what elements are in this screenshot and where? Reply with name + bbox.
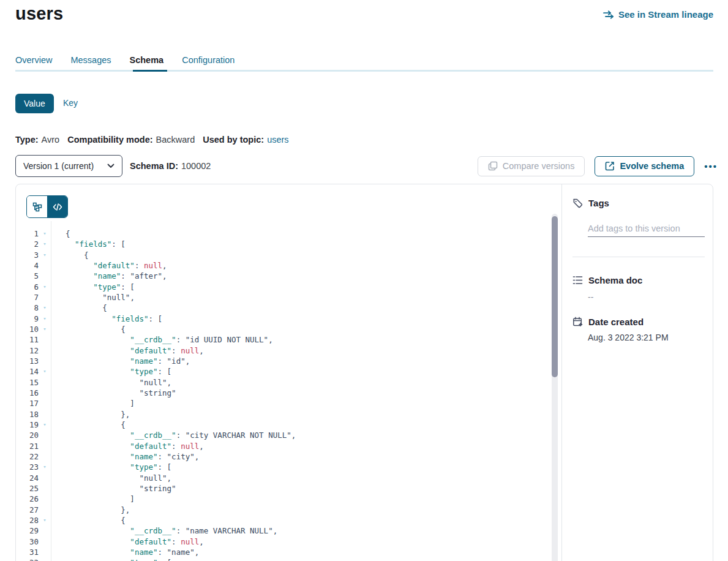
- code-line[interactable]: 9▾ "fields": [: [16, 314, 551, 324]
- code-line-text: "default": null,: [51, 537, 204, 547]
- stream-lineage-icon: [603, 10, 614, 19]
- line-number: 18: [16, 409, 39, 420]
- tab-overview[interactable]: Overview: [15, 55, 52, 71]
- fold-spacer: [39, 525, 51, 536]
- key-toggle-button[interactable]: Key: [63, 98, 78, 108]
- code-line-text: "default": null,: [51, 441, 204, 451]
- line-gutter: 1▾: [16, 228, 51, 239]
- tabs-active-indicator: [133, 70, 167, 72]
- tags-title: Tags: [588, 198, 609, 208]
- editor-scrollbar-thumb[interactable]: [552, 216, 558, 377]
- code-line-text: "null",: [51, 377, 171, 388]
- code-line[interactable]: 25 "string": [16, 483, 551, 494]
- fold-toggle-icon[interactable]: ▾: [39, 303, 51, 313]
- code-line[interactable]: 2▾ "fields": [: [16, 239, 551, 249]
- code-line-text: ]: [51, 494, 135, 504]
- stream-lineage-link[interactable]: See in Stream lineage: [603, 9, 713, 20]
- used-by-topic-link[interactable]: users: [267, 135, 288, 145]
- code-line[interactable]: 18 },: [16, 409, 551, 420]
- code-line-text: "type": [: [51, 462, 171, 472]
- fold-toggle-icon[interactable]: ▾: [39, 282, 51, 292]
- fold-spacer: [39, 260, 51, 271]
- code-line[interactable]: 19▾ {: [16, 420, 551, 430]
- line-gutter: 19▾: [16, 420, 51, 430]
- line-number: 12: [16, 345, 39, 356]
- fold-toggle-icon[interactable]: ▾: [39, 366, 51, 377]
- code-line[interactable]: 6▾ "type": [: [16, 282, 551, 292]
- code-line[interactable]: 5 "name": "after",: [16, 271, 551, 281]
- fold-toggle-icon[interactable]: ▾: [39, 324, 51, 334]
- fold-spacer: [39, 409, 51, 420]
- code-line[interactable]: 16 "string": [16, 388, 551, 398]
- code-line-text: "type": [: [51, 557, 171, 561]
- fold-spacer: [39, 473, 51, 483]
- more-options-button[interactable]: •••: [704, 162, 718, 171]
- fold-spacer: [39, 388, 51, 398]
- fold-toggle-icon[interactable]: ▾: [39, 420, 51, 430]
- code-line[interactable]: 28▾ {: [16, 515, 551, 525]
- code-line[interactable]: 11 "__crdb__": "id UUID NOT NULL",: [16, 334, 551, 345]
- tab-schema[interactable]: Schema: [130, 55, 164, 71]
- line-number: 23: [16, 462, 39, 472]
- code-line[interactable]: 17 ]: [16, 398, 551, 409]
- code-line[interactable]: 12 "default": null,: [16, 345, 551, 356]
- value-toggle-button[interactable]: Value: [15, 94, 54, 113]
- code-line[interactable]: 23▾ "type": [: [16, 462, 551, 472]
- schema-doc-title: Schema doc: [588, 275, 642, 285]
- version-select[interactable]: Version 1 (current): [15, 155, 122, 177]
- code-line[interactable]: 4 "default": null,: [16, 260, 551, 271]
- fold-toggle-icon[interactable]: ▾: [39, 515, 51, 525]
- code-line[interactable]: 10▾ {: [16, 324, 551, 334]
- code-line[interactable]: 30 "default": null,: [16, 537, 551, 547]
- code-line[interactable]: 15 "null",: [16, 377, 551, 388]
- fold-toggle-icon[interactable]: ▾: [39, 462, 51, 472]
- code-line[interactable]: 1▾{: [16, 228, 551, 239]
- line-number: 15: [16, 377, 39, 388]
- code-line[interactable]: 26 ]: [16, 494, 551, 504]
- code-line[interactable]: 7 "null",: [16, 292, 551, 303]
- code-line-text: {: [51, 228, 70, 239]
- code-line[interactable]: 32▾ "type": [: [16, 557, 551, 561]
- code-view-button[interactable]: [47, 196, 67, 217]
- code-line[interactable]: 24 "null",: [16, 473, 551, 483]
- code-line[interactable]: 20 "__crdb__": "city VARCHAR NOT NULL",: [16, 430, 551, 440]
- line-gutter: 8▾: [16, 303, 51, 313]
- tab-messages[interactable]: Messages: [70, 55, 111, 71]
- evolve-schema-button[interactable]: Evolve schema: [595, 156, 694, 176]
- fold-toggle-icon[interactable]: ▾: [39, 314, 51, 324]
- page-title: users: [15, 4, 63, 24]
- code-line[interactable]: 27 },: [16, 505, 551, 515]
- fold-toggle-icon[interactable]: ▾: [39, 228, 51, 239]
- fold-spacer: [39, 547, 51, 557]
- line-gutter: 30: [16, 537, 51, 547]
- code-line[interactable]: 22 "name": "city",: [16, 451, 551, 462]
- line-gutter: 18: [16, 409, 51, 420]
- fold-spacer: [39, 451, 51, 462]
- line-gutter: 12: [16, 345, 51, 356]
- line-number: 31: [16, 547, 39, 557]
- line-number: 16: [16, 388, 39, 398]
- code-line[interactable]: 3▾ {: [16, 250, 551, 260]
- code-line[interactable]: 14▾ "type": [: [16, 366, 551, 377]
- line-number: 17: [16, 398, 39, 409]
- line-number: 24: [16, 473, 39, 483]
- fold-toggle-icon[interactable]: ▾: [39, 239, 51, 249]
- fold-toggle-icon[interactable]: ▾: [39, 250, 51, 260]
- code-line[interactable]: 13 "name": "id",: [16, 356, 551, 366]
- code-line[interactable]: 8▾ {: [16, 303, 551, 313]
- editor-scrollbar[interactable]: [552, 214, 558, 561]
- add-tags-input[interactable]: [588, 220, 705, 237]
- line-number: 14: [16, 366, 39, 377]
- tab-configuration[interactable]: Configuration: [182, 55, 235, 71]
- code-line[interactable]: 29 "__crdb__": "name VARCHAR NULL",: [16, 525, 551, 536]
- code-line-text: },: [51, 409, 130, 420]
- fold-toggle-icon[interactable]: ▾: [39, 557, 51, 561]
- line-gutter: 3▾: [16, 250, 51, 260]
- code-line-text: "type": [: [51, 282, 135, 292]
- tree-view-button[interactable]: [27, 196, 47, 217]
- compare-versions-button[interactable]: Compare versions: [478, 156, 585, 176]
- used-by-topic-label: Used by topic:: [203, 135, 264, 145]
- code-line[interactable]: 31 "name": "name",: [16, 547, 551, 557]
- code-line[interactable]: 21 "default": null,: [16, 441, 551, 451]
- compatibility-value: Backward: [156, 135, 195, 145]
